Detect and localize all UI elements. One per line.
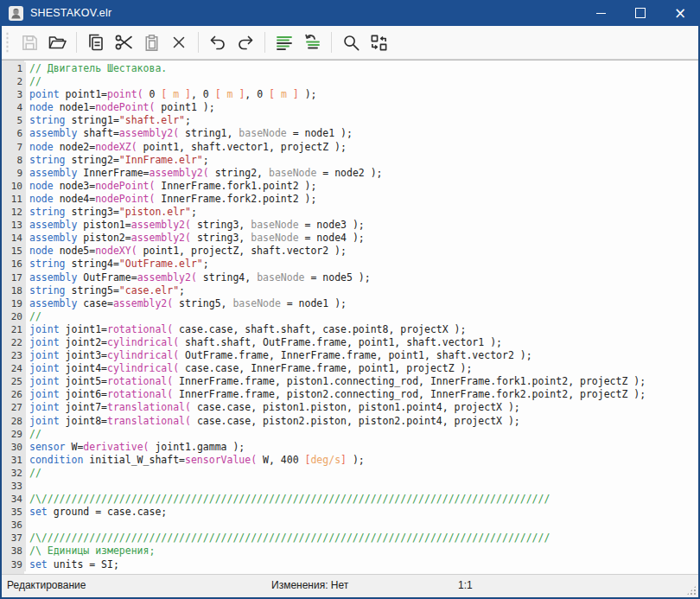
toolbar-grip[interactable] — [5, 31, 10, 54]
auto-format-button[interactable] — [299, 29, 325, 55]
code-text: string string5="case.elr"; — [26, 284, 185, 297]
code-lines: 1// Двигатель Шестакова.2//3point point1… — [2, 62, 698, 571]
code-text — [26, 480, 29, 493]
format-indent-button[interactable] — [271, 29, 297, 55]
line-number: 14 — [2, 232, 26, 245]
maximize-button[interactable] — [620, 0, 660, 26]
open-button[interactable] — [44, 29, 70, 55]
minimize-button[interactable] — [581, 0, 620, 26]
line-number: 18 — [2, 284, 26, 297]
toolbar — [2, 26, 698, 60]
code-text: joint joint7=translational( case.case, p… — [26, 401, 520, 414]
title-bar[interactable]: SHESTAKOV.elr × — [0, 0, 700, 26]
code-text: joint joint4=cylindrical( case.case, Inn… — [26, 362, 472, 375]
code-line[interactable]: 14assembly piston2=assembly2( string3, b… — [2, 232, 698, 245]
line-number: 24 — [2, 362, 26, 375]
code-text: assembly piston2=assembly2( string3, bas… — [26, 232, 365, 245]
undo-button[interactable] — [205, 29, 231, 55]
status-bar: Редактирование Изменения: Нет 1:1 — [2, 574, 698, 597]
code-line[interactable]: 39set units = SI; — [2, 558, 698, 571]
close-button[interactable]: × — [660, 0, 700, 26]
app-icon — [9, 6, 23, 21]
code-text: joint joint1=rotational( case.case, shaf… — [26, 323, 466, 336]
code-line[interactable]: 19assembly case=assembly2( string5, base… — [2, 297, 698, 310]
line-number: 5 — [2, 114, 26, 127]
code-line[interactable]: 28joint joint8=translational( case.case,… — [2, 415, 698, 428]
swap-squares-icon — [369, 33, 389, 53]
code-text: /\//////////////////////////////////////… — [26, 493, 550, 506]
code-line[interactable]: 33 — [2, 480, 698, 493]
code-line[interactable]: 32// — [2, 467, 698, 480]
code-line[interactable]: 2// — [2, 75, 698, 88]
code-text: node node3=nodePoint( InnerFrame.fork1.p… — [26, 180, 316, 193]
code-line[interactable]: 8string string2="InnFrame.elr"; — [2, 154, 698, 167]
code-line[interactable]: 16string string4="OutFrame.elr"; — [2, 258, 698, 271]
search-button[interactable] — [338, 29, 364, 55]
code-line[interactable]: 11node node4=nodePoint( InnerFrame.fork2… — [2, 193, 698, 206]
code-text: joint joint3=cylindrical( OutFrame.frame… — [26, 349, 532, 362]
code-line[interactable]: 38/\ Единицы измерения; — [2, 545, 698, 558]
code-text: node node4=nodePoint( InnerFrame.fork2.p… — [26, 193, 316, 206]
code-line[interactable]: 24joint joint4=cylindrical( case.case, I… — [2, 362, 698, 375]
delete-button[interactable] — [166, 29, 192, 55]
code-text: joint joint6=rotational( InnerFrame.fram… — [26, 388, 646, 401]
code-line[interactable]: 9assembly InnerFrame=assembly2( string2,… — [2, 167, 698, 180]
line-number: 31 — [2, 454, 26, 467]
code-text: // — [26, 310, 41, 323]
code-line[interactable]: 22joint joint2=cylindrical( shaft.shaft,… — [2, 336, 698, 349]
code-text: assembly piston1=assembly2( string3, bas… — [26, 219, 365, 232]
code-line[interactable]: 30sensor W=derivative( joint1.gamma ); — [2, 441, 698, 454]
code-line[interactable]: 13assembly piston1=assembly2( string3, b… — [2, 219, 698, 232]
code-line[interactable]: 10node node3=nodePoint( InnerFrame.fork1… — [2, 180, 698, 193]
code-line[interactable]: 35set ground = case.case; — [2, 506, 698, 519]
code-text: string string3="piston.elr"; — [26, 206, 197, 219]
code-text: node node1=nodePoint( point1 ); — [26, 101, 215, 114]
code-line[interactable]: 7node node2=nodeXZ( point1, shaft.vector… — [2, 141, 698, 154]
redo-arrow-icon — [235, 32, 256, 53]
line-number: 12 — [2, 206, 26, 219]
resize-grip[interactable] — [686, 585, 697, 596]
line-number: 34 — [2, 493, 26, 506]
redo-button[interactable] — [232, 29, 258, 55]
code-line[interactable]: 15node node5=nodeXY( point1, projectZ, s… — [2, 245, 698, 258]
code-line[interactable]: 36 — [2, 519, 698, 532]
undo-arrow-icon — [207, 32, 228, 53]
code-line[interactable]: 34/\////////////////////////////////////… — [2, 493, 698, 506]
code-line[interactable]: 23joint joint3=cylindrical( OutFrame.fra… — [2, 349, 698, 362]
line-number: 37 — [2, 532, 26, 545]
code-line[interactable]: 6assembly shaft=assembly2( string1, base… — [2, 127, 698, 140]
copy-button[interactable] — [83, 29, 109, 55]
code-line[interactable]: 25joint joint5=rotational( InnerFrame.fr… — [2, 375, 698, 388]
cut-button[interactable] — [111, 29, 137, 55]
code-line[interactable]: 12string string3="piston.elr"; — [2, 206, 698, 219]
code-line[interactable]: 21joint joint1=rotational( case.case, sh… — [2, 323, 698, 336]
code-line[interactable]: 27joint joint7=translational( case.case,… — [2, 401, 698, 414]
line-number: 39 — [2, 558, 26, 571]
code-line[interactable]: 29// — [2, 428, 698, 441]
code-text: joint joint2=cylindrical( shaft.shaft, O… — [26, 336, 502, 349]
code-editor[interactable]: 1// Двигатель Шестакова.2//3point point1… — [2, 60, 698, 574]
code-line[interactable]: 1// Двигатель Шестакова. — [2, 62, 698, 75]
code-line[interactable]: 31condition initial_W_shaft=sensorValue(… — [2, 454, 698, 467]
code-line[interactable]: 5string string1="shaft.elr"; — [2, 114, 698, 127]
code-line[interactable]: 17assembly OutFrame=assembly2( string4, … — [2, 271, 698, 284]
code-line[interactable]: 18string string5="case.elr"; — [2, 284, 698, 297]
code-line[interactable]: 37/\////////////////////////////////////… — [2, 532, 698, 545]
code-line[interactable]: 20// — [2, 310, 698, 323]
toolbar-separator — [198, 32, 199, 53]
toolbar-separator — [264, 32, 265, 53]
code-line[interactable]: 3point point1=point( 0 [ m ], 0 [ m ], 0… — [2, 88, 698, 101]
paste-button[interactable] — [138, 29, 164, 55]
save-button[interactable] — [16, 29, 42, 55]
line-number: 8 — [2, 154, 26, 167]
replace-button[interactable] — [366, 29, 391, 55]
code-text: set units = SI; — [26, 558, 119, 571]
code-text: node node5=nodeXY( point1, projectZ, sha… — [26, 245, 347, 258]
line-number: 29 — [2, 428, 26, 441]
code-line[interactable]: 4node node1=nodePoint( point1 ); — [2, 101, 698, 114]
line-number: 32 — [2, 467, 26, 480]
x-icon — [169, 33, 188, 52]
code-line[interactable]: 26joint joint6=rotational( InnerFrame.fr… — [2, 388, 698, 401]
window-title: SHESTAKOV.elr — [30, 7, 111, 19]
maximize-icon — [635, 8, 646, 18]
